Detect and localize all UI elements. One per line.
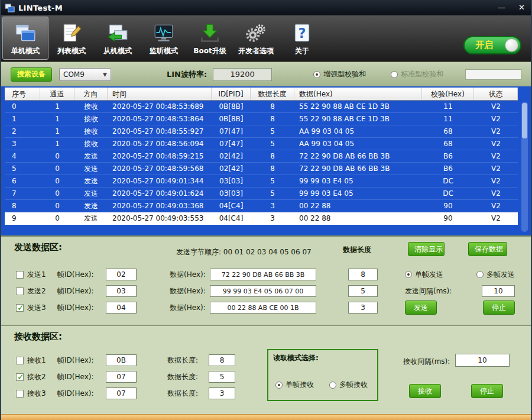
app-icon [5,3,15,13]
table-cell: 1 [40,138,74,150]
com-port-select[interactable]: COM9 ▼ [59,68,111,81]
frame-id-label: 帧ID(Hex): [57,389,106,399]
power-toggle-button[interactable]: 开启 [463,36,521,54]
table-cell: 2020-05-27 00:49:01:344 [108,175,212,187]
table-cell: 2020-05-27 00:49:01:624 [108,188,212,199]
toolbar-item-single-mode[interactable]: 单机模式 [2,17,48,60]
send3-frame-id-input[interactable] [106,302,137,314]
receive-stop-button[interactable]: 停止 [471,384,503,398]
table-cell: 2020-05-27 00:49:03:368 [108,200,212,212]
receive3-frame-id-input[interactable] [106,387,137,399]
radio-icon [476,271,484,278]
window-title: LINTest-M [18,4,63,12]
table-cell: 0B[8B] [212,101,251,112]
toolbar-item-boot-upgrade[interactable]: Boot升级 [187,17,233,60]
baud-rate-input[interactable] [213,68,272,81]
toolbar-item-about[interactable]: ? 关于 [279,17,325,60]
receive-row-3: 接收3 帧ID(Hex): 数据长度: [1,386,531,400]
spare-text-input[interactable] [465,69,521,80]
bottom-strip [1,414,531,420]
send3-length-input[interactable] [348,302,378,314]
multi-frame-receive-radio[interactable]: 多帧接收 [329,380,368,390]
table-row[interactable]: 50发送2020-05-27 00:48:59:56802[42]872 22 … [5,163,518,175]
table-cell: AA 99 03 04 05 [294,125,422,137]
receive3-checkbox[interactable]: 接收3 [16,389,57,399]
save-data-button[interactable]: 保存数据 [468,242,507,256]
table-cell: 68 [422,125,474,137]
receive-button[interactable]: 接收 [409,384,441,398]
send3-checkbox[interactable]: 发送3 [16,303,57,313]
clear-display-button[interactable]: 清除显示 [408,242,445,256]
table-cell: 2020-05-27 00:48:59:568 [108,163,212,175]
table-cell: 3 [5,138,40,150]
checkbox-icon [16,357,24,364]
send3-data-input[interactable] [210,302,316,314]
table-row[interactable]: 70发送2020-05-27 00:49:01:62403[03]599 99 … [5,188,518,200]
toolbar-item-developer-options[interactable]: 开发者选项 [233,17,279,60]
toolbar-item-list-mode[interactable]: 列表模式 [48,17,95,60]
send2-frame-id-input[interactable] [106,285,137,297]
table-row[interactable]: 80发送2020-05-27 00:49:03:36804[C4]300 22 … [5,200,518,212]
frame-id-label: 帧ID(Hex): [57,286,106,296]
table-row[interactable]: 11接收2020-05-27 00:48:53:8640B[8B]855 22 … [5,113,518,125]
table-cell: B6 [422,163,474,175]
single-frame-send-radio[interactable]: 单帧发送 [405,270,443,280]
table-cell: 3 [251,200,294,212]
receive2-checkbox[interactable]: 接收2 [16,372,57,382]
send2-data-input[interactable] [210,285,316,297]
receive3-length-input[interactable] [209,387,235,399]
receive2-length-input[interactable] [209,371,235,383]
power-toggle-label: 开启 [475,40,493,51]
table-cell: 07[47] [212,125,251,137]
table-cell: 1 [40,113,74,125]
send2-length-input[interactable] [348,285,378,297]
send-button[interactable]: 发送 [405,301,437,315]
minimize-button[interactable]: — [498,0,505,15]
table-row[interactable]: 31接收2020-05-27 00:48:56:09407[47]5AA 99 … [5,138,518,150]
table-row[interactable]: 60发送2020-05-27 00:49:01:34403[03]599 99 … [5,175,518,188]
standard-checksum-radio[interactable]: 标准型校验和 [391,69,443,79]
send1-checkbox[interactable]: 发送1 [16,270,57,280]
send1-length-input[interactable] [348,269,378,280]
table-cell: V2 [474,175,518,187]
toolbar-item-label: 监听模式 [150,46,178,56]
send2-checkbox[interactable]: 发送2 [16,286,57,296]
single-frame-receive-radio[interactable]: 单帧接收 [275,380,314,390]
enhanced-checksum-radio[interactable]: 增强型校验和 [313,69,366,79]
scrollbar-thumb[interactable] [522,103,527,138]
frame-id-label: 帧ID(Hex): [57,303,106,313]
table-cell: 55 22 90 88 AB CE 1D 3B [294,101,422,112]
table-row[interactable]: 01接收2020-05-27 00:48:53:6890B[8B]855 22 … [5,101,518,113]
receive1-length-input[interactable] [209,354,235,366]
receive-interval-input[interactable] [455,354,510,367]
send-interval-input[interactable] [482,285,515,297]
receive-row-1: 接收1 帧ID(Hex): 数据长度: [1,353,531,367]
send-row-1: 发送1 帧ID(Hex): 数据(Hex): 单帧发送 多帧发送 [1,267,531,282]
table-row[interactable]: 21接收2020-05-27 00:48:55:92707[47]5AA 99 … [5,125,518,138]
data-hex-label: 数据(Hex): [170,303,210,313]
table-row[interactable]: 90发送2020-05-27 00:49:03:55304[C4]300 22 … [5,212,518,225]
table-row[interactable]: 40发送2020-05-27 00:48:59:21502[42]872 22 … [5,150,518,163]
table-cell: 72 22 90 D8 AB 66 BB 3B [294,150,422,162]
control-bar: 搜索设备 COM9 ▼ LIN波特率: 增强型校验和 标准型校验和 [1,62,531,86]
search-device-button[interactable]: 搜索设备 [11,67,52,82]
send-stop-button[interactable]: 停止 [483,301,515,315]
table-cell: 99 99 03 E4 05 [294,188,422,199]
table-cell: 99 99 03 E4 05 [294,175,422,187]
table-cell: 5 [251,175,294,187]
close-button[interactable]: ✕ [518,0,525,15]
receive2-frame-id-input[interactable] [106,371,137,383]
send1-data-input[interactable] [210,269,316,280]
receive1-frame-id-input[interactable] [106,354,137,366]
multi-frame-send-radio[interactable]: 多帧发送 [476,270,515,280]
table-cell: V2 [474,163,518,175]
toolbar-item-monitor-mode[interactable]: 监听模式 [141,17,187,60]
send-area-title: 发送数据区: [14,242,62,253]
receive1-checkbox[interactable]: 接收1 [16,356,57,366]
table-scrollbar[interactable] [521,102,528,232]
table-cell: V2 [474,200,518,212]
table-cell: 接收 [74,101,108,112]
table-cell: 0 [40,188,74,199]
send1-frame-id-input[interactable] [106,269,137,280]
toolbar-item-slave-mode[interactable]: 从机模式 [95,17,141,60]
